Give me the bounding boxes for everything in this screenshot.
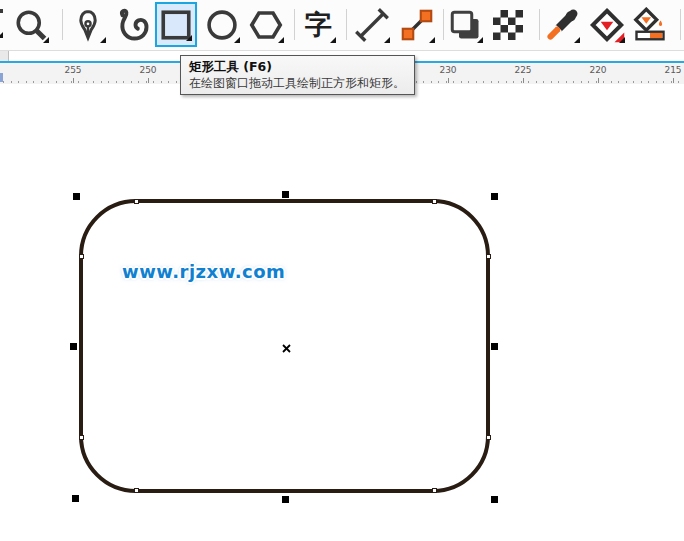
ruler-minor-tick	[431, 81, 432, 83]
polygon-tool-button[interactable]	[245, 2, 287, 47]
ruler-minor-tick	[48, 81, 49, 83]
tooltip-title: 矩形工具 (F6)	[189, 59, 406, 75]
selection-handle[interactable]	[73, 193, 80, 200]
tooltip-body: 在绘图窗口拖动工具绘制正方形和矩形。	[189, 75, 406, 91]
ruler-minor-tick	[476, 81, 477, 83]
ruler-label: 215	[660, 65, 684, 75]
ruler-minor-tick	[596, 81, 597, 83]
dimension-tool-button[interactable]	[351, 2, 393, 47]
ruler-minor-tick	[41, 81, 42, 83]
text-tool-button[interactable]: 字	[297, 2, 339, 47]
shape-corner-node[interactable]	[79, 435, 84, 440]
selection-handle[interactable]	[72, 495, 79, 502]
ruler-minor-tick	[626, 81, 627, 83]
ruler-label: 255	[60, 65, 86, 75]
ruler-minor-tick	[656, 81, 657, 83]
shape-corner-node[interactable]	[486, 254, 491, 259]
ruler-minor-tick	[483, 81, 484, 83]
rectangle-tool-button[interactable]	[155, 2, 197, 47]
ruler-minor-tick	[78, 81, 79, 83]
shape-corner-node[interactable]	[432, 199, 437, 204]
ruler-minor-tick	[161, 81, 162, 83]
ruler-major-tick	[673, 78, 674, 83]
ruler-minor-tick	[71, 81, 72, 83]
ruler-minor-tick	[566, 81, 567, 83]
ruler-minor-tick	[438, 81, 439, 83]
selection-handle[interactable]	[491, 343, 498, 350]
connector-tool-button[interactable]	[396, 2, 438, 47]
flyout-triangle-icon	[100, 37, 106, 43]
shape-corner-node[interactable]	[134, 488, 139, 493]
ruler-minor-tick	[618, 81, 619, 83]
selection-handle[interactable]	[491, 496, 498, 503]
ruler-minor-tick	[513, 81, 514, 83]
ruler-major-tick	[148, 78, 149, 83]
ruler-minor-tick	[86, 81, 87, 83]
flyout-triangle-icon	[43, 37, 49, 43]
selection-handle[interactable]	[282, 496, 289, 503]
pen-tool-button[interactable]	[67, 2, 109, 47]
ruler-minor-tick	[123, 81, 124, 83]
flyout-triangle-icon	[384, 37, 390, 43]
ruler-minor-tick	[33, 81, 34, 83]
toolbar-separator	[62, 9, 63, 40]
selection-handle[interactable]	[70, 343, 77, 350]
transparency-tool-button[interactable]	[487, 2, 529, 47]
eyedropper-tool-button[interactable]	[541, 2, 583, 47]
selection-handle[interactable]	[282, 191, 289, 198]
ruler-minor-tick	[168, 81, 169, 83]
shape-corner-node[interactable]	[432, 488, 437, 493]
ruler-minor-tick	[588, 81, 589, 83]
ruler-minor-tick	[153, 81, 154, 83]
ruler-label: 230	[435, 65, 461, 75]
ruler-label: 250	[135, 65, 161, 75]
ruler-label: 225	[510, 65, 536, 75]
toolbar-separator	[294, 9, 295, 40]
ellipse-tool-button[interactable]	[201, 2, 243, 47]
toolbox-toolbar: 字	[0, 0, 684, 51]
ruler-minor-tick	[93, 81, 94, 83]
ruler-minor-tick	[603, 81, 604, 83]
flyout-triangle-icon	[619, 37, 625, 43]
ruler-minor-tick	[423, 81, 424, 83]
ruler-minor-tick	[63, 81, 64, 83]
selection-handle[interactable]	[491, 193, 498, 200]
toolbar-separator	[539, 9, 540, 40]
ruler-minor-tick	[498, 81, 499, 83]
smart-fill-icon	[632, 7, 668, 43]
rectangle-tool-tooltip: 矩形工具 (F6) 在绘图窗口拖动工具绘制正方形和矩形。	[180, 55, 415, 95]
ruler-minor-tick	[108, 81, 109, 83]
ruler-major-tick	[523, 78, 524, 83]
shape-center-x-marker[interactable]	[282, 344, 291, 353]
ruler-minor-tick	[138, 81, 139, 83]
ruler-major-tick	[73, 78, 74, 83]
zoom-tool-button[interactable]	[10, 2, 52, 47]
ruler-minor-tick	[176, 81, 177, 83]
checkerboard-icon	[490, 7, 526, 43]
ruler-minor-tick	[3, 81, 4, 83]
hidden-partial-tool-button[interactable]	[0, 2, 7, 47]
fill-tool-button[interactable]	[586, 2, 628, 47]
drawing-canvas[interactable]	[0, 84, 684, 541]
drop-shadow-tool-button[interactable]	[444, 2, 486, 47]
smart-fill-tool-button[interactable]	[629, 2, 671, 47]
shape-corner-node[interactable]	[79, 254, 84, 259]
ruler-minor-tick	[446, 81, 447, 83]
ruler-minor-tick	[453, 81, 454, 83]
ruler-minor-tick	[18, 81, 19, 83]
ruler-minor-tick	[56, 81, 57, 83]
ruler-minor-tick	[146, 81, 147, 83]
ruler-minor-tick	[468, 81, 469, 83]
ruler-major-tick	[448, 78, 449, 83]
ruler-minor-tick	[536, 81, 537, 83]
shape-corner-node[interactable]	[134, 199, 139, 204]
ruler-minor-tick	[663, 81, 664, 83]
ruler-corner	[0, 51, 9, 61]
flyout-triangle-icon	[186, 35, 192, 41]
ruler-minor-tick	[543, 81, 544, 83]
ruler-minor-tick	[641, 81, 642, 83]
shape-corner-node[interactable]	[486, 435, 491, 440]
freehand-curve-tool-button[interactable]	[112, 2, 154, 47]
toolbar-separator	[680, 9, 681, 40]
ruler-minor-tick	[116, 81, 117, 83]
